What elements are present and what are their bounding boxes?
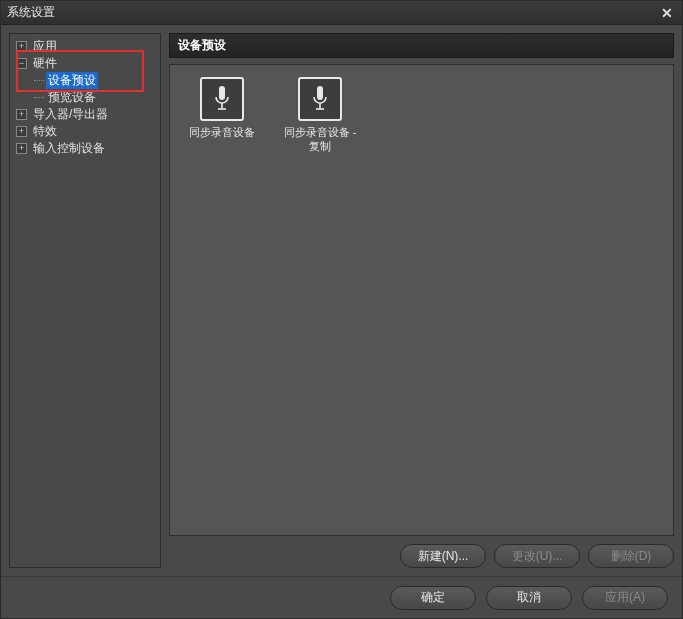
- settings-window: 系统设置 ✕ + 应用 − 硬件 设备预设 预览设备 + 导入器/导出器: [0, 0, 683, 619]
- tree-label: 应用: [31, 38, 59, 55]
- expand-icon[interactable]: +: [16, 143, 27, 154]
- ok-button[interactable]: 确定: [390, 586, 476, 610]
- tree-label: 硬件: [31, 55, 59, 72]
- svg-rect-0: [219, 86, 225, 100]
- tree-item-hardware[interactable]: − 硬件: [12, 55, 158, 72]
- preset-label: 同步录音设备: [189, 125, 255, 139]
- collapse-icon[interactable]: −: [16, 58, 27, 69]
- delete-button[interactable]: 删除(D): [588, 544, 674, 568]
- change-button[interactable]: 更改(U)...: [494, 544, 580, 568]
- cancel-button[interactable]: 取消: [486, 586, 572, 610]
- dialog-footer: 确定 取消 应用(A): [1, 576, 682, 618]
- titlebar: 系统设置 ✕: [1, 1, 682, 25]
- expand-icon[interactable]: +: [16, 41, 27, 52]
- main-panel: 设备预设 同步录音设备 同步录音设备 - 复制 新建(N)... 更改: [169, 33, 674, 568]
- expand-icon[interactable]: +: [16, 109, 27, 120]
- tree-item-app[interactable]: + 应用: [12, 38, 158, 55]
- tree-item-importer[interactable]: + 导入器/导出器: [12, 106, 158, 123]
- tree-label: 预览设备: [46, 89, 98, 106]
- microphone-icon: [200, 77, 244, 121]
- expand-icon[interactable]: +: [16, 126, 27, 137]
- close-icon[interactable]: ✕: [658, 4, 676, 22]
- tree-label: 导入器/导出器: [31, 106, 110, 123]
- preset-list: 同步录音设备 同步录音设备 - 复制: [169, 64, 674, 536]
- preset-item[interactable]: 同步录音设备: [182, 77, 262, 153]
- apply-button[interactable]: 应用(A): [582, 586, 668, 610]
- svg-rect-3: [317, 86, 323, 100]
- tree-label: 输入控制设备: [31, 140, 107, 157]
- preset-buttons: 新建(N)... 更改(U)... 删除(D): [169, 542, 674, 568]
- window-body: + 应用 − 硬件 设备预设 预览设备 + 导入器/导出器 + 特效 +: [1, 25, 682, 576]
- tree-item-effects[interactable]: + 特效: [12, 123, 158, 140]
- preset-label: 同步录音设备 - 复制: [280, 125, 360, 153]
- tree-label: 特效: [31, 123, 59, 140]
- new-button[interactable]: 新建(N)...: [400, 544, 486, 568]
- sidebar-tree: + 应用 − 硬件 设备预设 预览设备 + 导入器/导出器 + 特效 +: [9, 33, 161, 568]
- panel-title: 设备预设: [169, 33, 674, 58]
- microphone-icon: [298, 77, 342, 121]
- tree-label: 设备预设: [46, 72, 98, 89]
- tree-item-preview-device[interactable]: 预览设备: [12, 89, 158, 106]
- tree-item-input-control[interactable]: + 输入控制设备: [12, 140, 158, 157]
- tree-item-device-preset[interactable]: 设备预设: [12, 72, 158, 89]
- preset-item[interactable]: 同步录音设备 - 复制: [280, 77, 360, 153]
- window-title: 系统设置: [7, 4, 55, 21]
